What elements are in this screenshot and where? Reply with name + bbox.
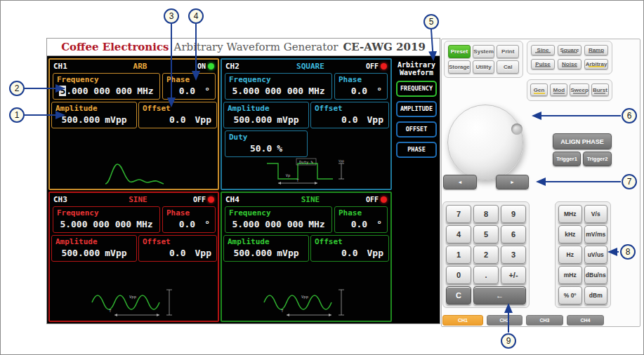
cursor-right-button[interactable]: ► bbox=[496, 175, 529, 189]
key-plus-minus[interactable]: +/- bbox=[501, 266, 526, 284]
phase-field[interactable]: Phase 0.0 ° bbox=[334, 73, 388, 100]
noise-button[interactable]: Noise bbox=[558, 59, 581, 69]
field-label: Phase bbox=[339, 75, 383, 85]
field-unit: % bbox=[277, 142, 282, 155]
amplitude-field[interactable]: Amplitude 500.000 mVpp bbox=[223, 102, 309, 128]
field-unit: ° bbox=[376, 85, 382, 98]
key-0[interactable]: 0 bbox=[446, 266, 471, 284]
unit-mvms-button[interactable]: mV/ms bbox=[584, 225, 608, 243]
field-label: Frequency bbox=[229, 208, 328, 218]
front-panel: Preset System Print Storage Utility Cal … bbox=[441, 39, 640, 327]
field-label: Frequency bbox=[57, 75, 156, 85]
unit-percent-degree-button[interactable]: % 0° bbox=[558, 286, 582, 304]
offset-field[interactable]: Offset 0.0 Vpp bbox=[310, 102, 389, 128]
arbitrary-button[interactable]: Arbitray bbox=[584, 59, 608, 69]
print-button[interactable]: Print bbox=[497, 45, 519, 58]
key-3[interactable]: 3 bbox=[501, 246, 526, 264]
key-1[interactable]: 1 bbox=[446, 246, 471, 264]
field-value: 0.0 Vpp bbox=[143, 114, 213, 126]
key-8[interactable]: 8 bbox=[473, 205, 499, 223]
trigger1-button[interactable]: Trigger1 bbox=[553, 152, 581, 166]
field-unit: Vpp bbox=[367, 247, 383, 260]
unit-mhz-button[interactable]: MHz bbox=[558, 205, 582, 223]
trigger2-button[interactable]: Trigger2 bbox=[583, 152, 612, 166]
channel-panel-ch2: CH2 SQUARE OFF Frequency 5.000 000 000 M… bbox=[221, 58, 392, 190]
tab-ch1[interactable]: CH1 bbox=[442, 315, 483, 326]
storage-button[interactable]: Storage bbox=[448, 60, 471, 74]
svg-text:Vpp: Vpp bbox=[301, 295, 308, 300]
sweep-button[interactable]: Sweep bbox=[570, 83, 589, 96]
field-value: 0.0 Vpp bbox=[315, 247, 385, 260]
offset-field[interactable]: Offset 0.0 Vpp bbox=[310, 235, 389, 262]
sine-waveform-icon: Vpp T bbox=[89, 287, 179, 318]
field-label: Frequency bbox=[229, 75, 328, 85]
unit-millihz-button[interactable]: mHz bbox=[558, 266, 582, 284]
frequency-field[interactable]: Frequency 5.000 000 000 MHz bbox=[225, 73, 332, 100]
unit-uvus-button[interactable]: uV/us bbox=[584, 246, 608, 264]
frequency-field[interactable]: Frequency 5.000 000 000 MHz bbox=[53, 73, 160, 100]
backspace-button[interactable]: ← bbox=[473, 286, 526, 304]
knob-dimple bbox=[511, 123, 523, 135]
softkey-amplitude[interactable]: AMPLITUDE bbox=[396, 101, 437, 117]
frequency-field[interactable]: Frequency 5.000 000 000 MHz bbox=[225, 206, 332, 233]
phase-field[interactable]: Phase 0.0 ° bbox=[162, 73, 216, 100]
tab-ch4[interactable]: CH4 bbox=[567, 315, 604, 326]
power-status: ON bbox=[197, 62, 214, 70]
preset-button[interactable]: Preset bbox=[448, 45, 471, 58]
square-button[interactable]: Square bbox=[558, 45, 581, 55]
amplitude-field[interactable]: Amplitude 500.000 mVpp bbox=[51, 235, 137, 262]
clear-button[interactable]: C bbox=[446, 286, 471, 304]
field-unit: Vpp bbox=[195, 247, 211, 260]
tab-ch3[interactable]: CH3 bbox=[526, 315, 563, 326]
amplitude-field[interactable]: Amplitude 500.000 mVpp bbox=[51, 102, 137, 128]
softkey-offset[interactable]: OFFSET bbox=[396, 121, 437, 138]
unit-khz-button[interactable]: kHz bbox=[558, 225, 582, 243]
field-unit: MHz bbox=[137, 85, 153, 98]
phase-field[interactable]: Phase 0.0 ° bbox=[162, 206, 216, 233]
field-unit: MHz bbox=[308, 85, 324, 98]
tab-ch2[interactable]: CH2 bbox=[487, 315, 523, 326]
duty-field[interactable]: Duty 50.0 % bbox=[225, 130, 308, 157]
field-unit: MHz bbox=[136, 218, 152, 231]
key-2[interactable]: 2 bbox=[473, 246, 499, 264]
system-button[interactable]: System bbox=[473, 45, 495, 58]
softkey-frequency[interactable]: FREQUENCY bbox=[396, 81, 437, 97]
svg-text:Vpp: Vpp bbox=[129, 295, 136, 300]
field-value: 5.000 000 000 MHz bbox=[229, 218, 328, 231]
phase-field[interactable]: Phase 0.0 ° bbox=[334, 206, 388, 233]
cal-button[interactable]: Cal bbox=[497, 60, 519, 74]
key-5[interactable]: 5 bbox=[473, 225, 499, 243]
unit-vs-button[interactable]: V/s bbox=[584, 205, 608, 223]
svg-text:Duty %: Duty % bbox=[299, 160, 314, 165]
key-4[interactable]: 4 bbox=[446, 225, 471, 243]
amplitude-field[interactable]: Amplitude 500.000 mVpp bbox=[223, 235, 309, 262]
unit-dbm-button[interactable]: dBm bbox=[584, 286, 608, 304]
field-unit: mVpp bbox=[105, 114, 126, 126]
offset-field[interactable]: Offset 0.0 Vpp bbox=[138, 235, 217, 262]
power-status: OFF bbox=[366, 62, 387, 70]
channel-panel-ch3: CH3 SINE OFF Frequency 5.000 000 000 MHz… bbox=[48, 192, 219, 322]
mod-button[interactable]: Mod bbox=[550, 83, 567, 96]
burst-button[interactable]: Burst bbox=[591, 83, 609, 96]
unit-dbuns-button[interactable]: dBu/ns bbox=[584, 266, 608, 284]
rotary-knob[interactable] bbox=[447, 105, 523, 180]
softkey-phase[interactable]: PHASE bbox=[396, 142, 437, 158]
gen-button[interactable]: Gen bbox=[530, 83, 548, 96]
ramp-button[interactable]: Ramp bbox=[584, 45, 608, 55]
device-title: Arbitrary Waveform Generator bbox=[174, 41, 339, 53]
unit-hz-button[interactable]: Hz bbox=[558, 246, 582, 264]
pulse-button[interactable]: Pulse bbox=[531, 59, 555, 69]
sine-button[interactable]: Sine bbox=[531, 45, 555, 55]
svg-text:T: T bbox=[109, 309, 112, 313]
key-decimal[interactable]: . bbox=[473, 266, 499, 284]
channel-id: CH4 bbox=[225, 195, 255, 204]
frequency-field[interactable]: Frequency 5.000 000 000 MHz bbox=[53, 206, 160, 233]
utility-button[interactable]: Utility bbox=[473, 60, 495, 74]
key-6[interactable]: 6 bbox=[501, 225, 526, 243]
key-7[interactable]: 7 bbox=[446, 205, 471, 223]
field-label: Amplitude bbox=[55, 104, 133, 114]
offset-field[interactable]: Offset 0.0 Vpp bbox=[138, 102, 217, 128]
align-phase-button[interactable]: ALIGN PHASE bbox=[553, 133, 612, 149]
cursor-left-button[interactable]: ◄ bbox=[443, 175, 477, 189]
key-9[interactable]: 9 bbox=[501, 205, 526, 223]
